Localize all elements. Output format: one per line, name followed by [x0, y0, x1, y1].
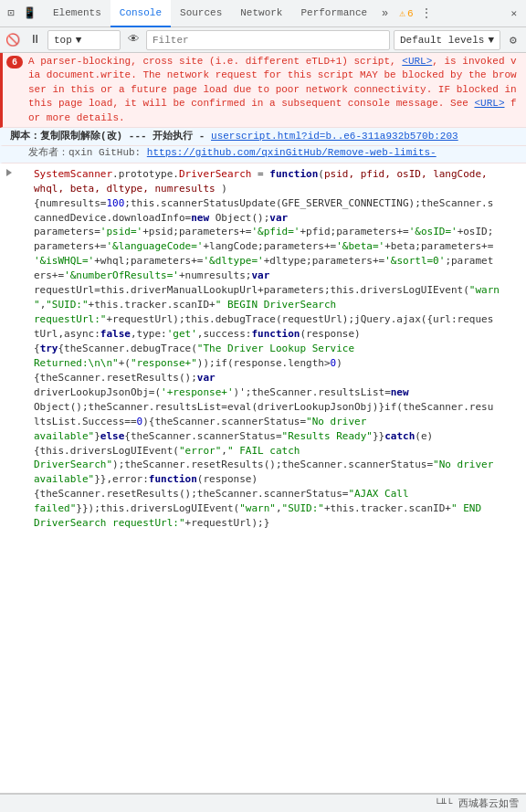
- tab-console[interactable]: Console: [110, 0, 171, 27]
- status-bar: └╨└ 西城暮云如雪: [0, 794, 526, 812]
- status-text: └╨└ 西城暮云如雪: [435, 796, 519, 810]
- warning-count: 6: [407, 8, 414, 19]
- log-level-selector[interactable]: Default levels ▼: [394, 30, 500, 50]
- context-value: top: [54, 35, 72, 46]
- console-output: 6 A parser-blocking, cross site (i.e. di…: [0, 53, 526, 794]
- code-row: SystemScanner.prototype.DriverSearch = f…: [0, 163, 526, 534]
- devtools-controls: ⊡ 📱: [4, 6, 37, 21]
- filter-input[interactable]: [146, 30, 390, 50]
- author-github-link[interactable]: https://github.com/qxinGitHub/Remove-web…: [147, 147, 437, 158]
- close-devtools-icon[interactable]: ✕: [505, 7, 522, 19]
- context-dropdown-icon: ▼: [76, 35, 82, 46]
- tab-sources[interactable]: Sources: [171, 0, 231, 27]
- error-url-link[interactable]: <URL>: [402, 56, 432, 67]
- author-row: 发布者：qxin GitHub: https://github.com/qxin…: [0, 146, 526, 163]
- error-message: A parser-blocking, cross site (i.e. diff…: [28, 55, 522, 125]
- eye-icon[interactable]: 👁: [124, 31, 142, 49]
- more-tabs-button[interactable]: »: [376, 7, 394, 20]
- error-url-link2[interactable]: <URL>: [474, 98, 504, 109]
- dock-icon[interactable]: ⊡: [4, 6, 18, 21]
- script-line: 脚本：复制限制解除(改) --- 开始执行 - userscript.html?…: [10, 130, 458, 143]
- level-label: Default levels: [400, 35, 484, 46]
- settings-button[interactable]: ⚙: [504, 31, 522, 49]
- error-row: 6 A parser-blocking, cross site (i.e. di…: [0, 53, 526, 128]
- warning-badge: ⚠ 6: [394, 7, 418, 19]
- code-block: SystemScanner.prototype.DriverSearch = f…: [16, 165, 503, 533]
- script-file-link[interactable]: userscript.html?id=b..e6-311a932b570b:20…: [211, 131, 458, 142]
- error-badge: 6: [6, 56, 23, 69]
- author-label: 发布者：qxin GitHub:: [28, 147, 141, 158]
- clear-console-button[interactable]: 🚫: [4, 31, 22, 49]
- tab-elements[interactable]: Elements: [44, 0, 110, 27]
- tab-performance[interactable]: Performance: [291, 0, 376, 27]
- tab-network[interactable]: Network: [231, 0, 291, 27]
- author-line: 发布者：qxin GitHub: https://github.com/qxin…: [28, 146, 437, 160]
- expand-icon[interactable]: [6, 169, 12, 176]
- context-selector[interactable]: top ▼: [47, 30, 121, 50]
- pause-button[interactable]: ⏸: [26, 31, 44, 49]
- script-label: 脚本：复制限制解除(改) --- 开始执行 -: [10, 131, 205, 142]
- console-toolbar: 🚫 ⏸ top ▼ 👁 Default levels ▼ ⚙: [0, 27, 526, 53]
- script-info-row: 脚本：复制限制解除(改) --- 开始执行 - userscript.html?…: [0, 128, 526, 146]
- more-options-icon[interactable]: ⋮: [419, 6, 434, 21]
- mobile-icon[interactable]: 📱: [22, 6, 37, 21]
- level-dropdown-icon: ▼: [488, 35, 494, 46]
- tab-bar: ⊡ 📱 Elements Console Sources Network Per…: [0, 0, 526, 27]
